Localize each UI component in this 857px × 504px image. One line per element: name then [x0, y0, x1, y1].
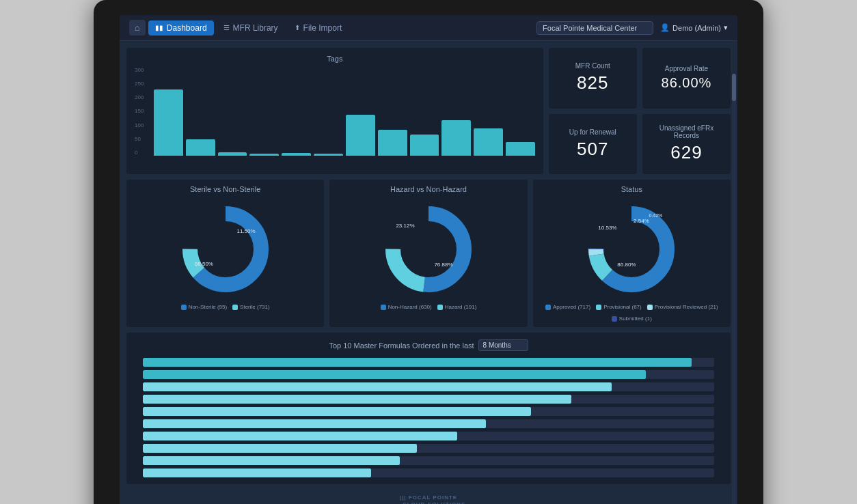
tags-chart-title: Tags: [135, 55, 535, 63]
import-icon: ⬆: [295, 24, 300, 31]
hbar-row-3: [143, 395, 714, 404]
hbar-row-7: [143, 444, 714, 453]
hbar-row-8: [143, 456, 714, 465]
tags-bar-chart: 300 250 200 150 100 50 0: [135, 67, 535, 156]
tab-mfr-library[interactable]: ☰ MFR Library: [217, 20, 285, 36]
sterile-donut-card: Sterile vs Non-Sterile 11.50% 88.50%: [126, 180, 324, 327]
top-row: Tags 300 250 200 150 100 50 0: [126, 48, 731, 174]
svg-point-0: [190, 214, 261, 285]
top10-card: Top 10 Master Formulas Ordered in the la…: [126, 333, 731, 484]
bar-4: [282, 153, 311, 156]
hbar-row-0: [143, 358, 714, 367]
legend-sterile: Sterile (731): [232, 304, 270, 310]
hazard-legend: Non-Hazard (630) Hazard (191): [381, 304, 477, 310]
legend-non-hazard: Non-Hazard (630): [381, 304, 432, 310]
bar-7: [378, 130, 407, 156]
legend-approved: Approved (717): [545, 304, 590, 310]
hazard-donut: 23.12% 76.88%: [381, 201, 476, 297]
hbar-row-4: [143, 407, 714, 416]
bar-9: [441, 120, 471, 156]
status-chart-title: Status: [621, 185, 642, 193]
bar-2: [218, 152, 247, 156]
hazard-donut-card: Hazard vs Non-Hazard 23.12% 76.88%: [329, 180, 527, 327]
user-icon: 👤: [660, 23, 670, 32]
mfr-count-label: MFR Count: [575, 62, 610, 70]
sterile-chart-title: Sterile vs Non-Sterile: [190, 185, 260, 193]
mid-row: Sterile vs Non-Sterile 11.50% 88.50%: [126, 180, 731, 327]
hazard-chart-title: Hazard vs Non-Hazard: [390, 185, 467, 193]
chevron-down-icon: ▾: [724, 23, 728, 32]
bar-1: [186, 139, 215, 156]
home-button[interactable]: ⌂: [129, 20, 146, 36]
top10-title: Top 10 Master Formulas Ordered in the la…: [329, 341, 474, 350]
approval-rate-card: Approval Rate 86.00%: [642, 48, 731, 109]
facility-select[interactable]: Focal Pointe Medical Center: [536, 21, 653, 35]
dashboard-icon: ▮▮: [155, 24, 163, 31]
horizontal-bars: [136, 358, 721, 477]
bar-8: [410, 135, 439, 156]
bar-5: [314, 154, 343, 156]
legend-provisional: Provisional (67): [596, 304, 642, 310]
y-axis-labels: 300 250 200 150 100 50 0: [135, 67, 144, 156]
period-select[interactable]: 8 Months 3 Months 6 Months 12 Months: [478, 339, 528, 351]
bar-11: [506, 142, 535, 156]
approval-rate-label: Approval Rate: [665, 65, 708, 72]
tab-file-import[interactable]: ⬆ File Import: [288, 20, 349, 36]
unassigned-value: 629: [670, 142, 702, 163]
bar-6: [346, 115, 375, 156]
nav-left: ⌂ ▮▮ Dashboard ☰ MFR Library ⬆ File Impo…: [129, 20, 349, 36]
status-donut: 86.80% 10.53% 2.54% 0.42%: [584, 201, 679, 297]
dashboard: Tags 300 250 200 150 100 50 0: [120, 41, 737, 504]
status-legend: Approved (717) Provisional (67) Provisio…: [540, 304, 724, 322]
hbar-row-5: [143, 419, 714, 428]
library-icon: ☰: [223, 24, 230, 31]
status-donut-card: Status: [533, 180, 731, 327]
hbar-row-9: [143, 468, 714, 477]
tab-dashboard[interactable]: ▮▮ Dashboard: [148, 20, 214, 36]
top10-header: Top 10 Master Formulas Ordered in the la…: [136, 339, 721, 351]
sterile-legend: Non-Sterile (95) Sterile (731): [181, 304, 270, 310]
legend-hazard: Hazard (191): [437, 304, 477, 310]
hbar-row-6: [143, 432, 714, 440]
bar-3: [249, 154, 279, 156]
nav-right: Focal Pointe Medical Center 👤 Demo (Admi…: [536, 21, 728, 35]
user-menu[interactable]: 👤 Demo (Admin) ▾: [660, 23, 728, 32]
scrollbar-rail[interactable]: [732, 74, 736, 504]
mfr-count-value: 825: [577, 72, 608, 94]
renewal-value: 507: [577, 139, 608, 160]
stat-cards: MFR Count 825 Approval Rate 86.00% Up fo…: [549, 48, 731, 174]
mfr-count-card: MFR Count 825: [549, 48, 637, 109]
navbar: ⌂ ▮▮ Dashboard ☰ MFR Library ⬆ File Impo…: [120, 15, 737, 41]
hbar-row-1: [143, 370, 714, 379]
bar-10: [474, 128, 503, 156]
hbar-row-2: [143, 382, 714, 391]
legend-non-sterile: Non-Sterile (95): [181, 304, 227, 310]
renewal-label: Up for Renewal: [569, 128, 616, 136]
unassigned-label: Unassigned eFRx Records: [648, 124, 725, 139]
legend-submitted: Submitted (1): [612, 316, 652, 322]
footer-logo: ||| FOCAL POINTE CLOUD SOLUTIONS: [126, 490, 731, 504]
sterile-donut: 11.50% 88.50%: [178, 201, 273, 297]
renewal-card: Up for Renewal 507: [549, 114, 637, 175]
bar-0: [154, 89, 183, 156]
approval-rate-value: 86.00%: [662, 75, 712, 91]
tags-chart-card: Tags 300 250 200 150 100 50 0: [126, 48, 543, 174]
unassigned-card: Unassigned eFRx Records 629: [642, 114, 731, 175]
scrollbar-thumb[interactable]: [732, 74, 736, 101]
legend-prov-reviewed: Provisional Reviewed (21): [647, 304, 718, 310]
